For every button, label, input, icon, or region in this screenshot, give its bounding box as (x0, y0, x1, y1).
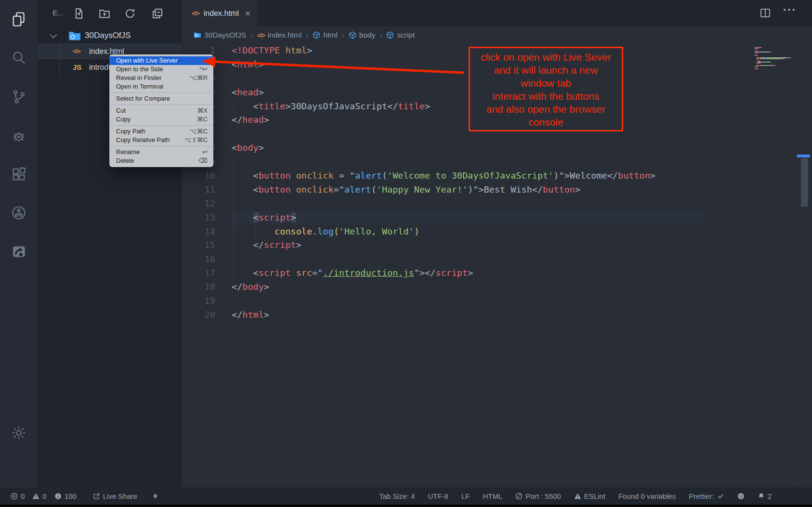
line-number: 13 (182, 211, 215, 225)
close-icon[interactable]: × (245, 8, 250, 19)
status-item-prettier-[interactable]: Prettier: (689, 492, 724, 500)
menu-item-copy-relative-path[interactable]: Copy Relative Path⌥⇧⌘C (109, 136, 213, 144)
more-actions-icon[interactable]: ··· (783, 4, 797, 16)
breadcrumb-item-body[interactable]: body (349, 31, 376, 39)
status-left: 00100Live Share (11, 492, 167, 500)
status-item-100[interactable]: 100 (54, 492, 77, 500)
vscode-window: E... 30DaysOfJS </> index.html JS introd… (0, 0, 812, 507)
annotation-text-line: interact with the buttons (470, 90, 622, 103)
menu-separator (109, 146, 213, 146)
status-item-0[interactable]: 0 (32, 492, 46, 500)
menu-item-open-to-the-side[interactable]: Open to the Side^↩ (109, 65, 213, 74)
source-control-icon[interactable] (7, 85, 30, 108)
code-line-12: 12 (182, 197, 812, 211)
window-bottom-edge (0, 505, 812, 507)
menu-item-delete[interactable]: Delete⌫ (109, 156, 213, 165)
live-share-icon[interactable] (7, 240, 30, 263)
status-item-2[interactable]: 2 (758, 492, 772, 500)
line-number: 19 (182, 294, 215, 308)
tree-folder-30daysofjs[interactable]: 30DaysOfJS (38, 27, 182, 43)
new-folder-icon[interactable] (99, 8, 110, 19)
code-line-13: 13 <script> (182, 211, 812, 225)
line-number: 10 (182, 169, 215, 183)
explorer-title: E... (52, 9, 64, 17)
folder-label: 30DaysOfJS (85, 31, 131, 40)
search-icon[interactable] (7, 46, 30, 69)
code-line-18: 18</body> (182, 280, 812, 294)
scrollbar-separator (797, 44, 798, 487)
code-line-10: 10 <button onclick = "alert('Welcome to … (182, 169, 812, 183)
annotation-text-line: and it will launch a new (470, 64, 622, 77)
breadcrumb-separator: › (249, 31, 254, 39)
context-menu: Open with Live ServerOpen to the Side^↩R… (109, 54, 213, 167)
code-line-9: 9 (182, 155, 812, 169)
status-item-html[interactable]: HTML (483, 492, 502, 500)
menu-item-open-with-live-server[interactable]: Open with Live Server (109, 56, 213, 65)
menu-item-reveal-in-finder[interactable]: Reveal in Finder⌥⌘R (109, 74, 213, 82)
line-number: 12 (182, 197, 215, 211)
breadcrumb: 30DaysOfJS›</>index.html›html›body›scrip… (182, 26, 812, 44)
status-item-bolt[interactable] (152, 493, 159, 500)
breadcrumb-item-30daysofjs[interactable]: 30DaysOfJS (194, 31, 246, 39)
code-line-19: 19 (182, 294, 812, 308)
menu-item-rename[interactable]: Rename↩ (109, 148, 213, 156)
code-line-20: 20</html> (182, 308, 812, 322)
annotation-text-line: and also open the browser (470, 103, 622, 116)
menu-separator (109, 125, 213, 126)
status-bar: 00100Live Share Tab Size: 4UTF-8LFHTMLPo… (0, 487, 812, 505)
menu-item-open-in-terminal[interactable]: Open in Terminal (109, 82, 213, 91)
status-item-lf[interactable]: LF (461, 492, 470, 500)
code-line-8: 8<body> (182, 141, 812, 155)
status-item-tab-size-4[interactable]: Tab Size: 4 (379, 492, 415, 500)
folder-icon (68, 31, 81, 40)
line-number: 14 (182, 225, 215, 239)
extensions-icon[interactable] (7, 163, 30, 186)
collapse-all-icon[interactable] (152, 8, 163, 19)
breadcrumb-separator: › (305, 31, 309, 39)
line-number: 17 (182, 266, 215, 280)
line-number: 11 (182, 183, 215, 197)
menu-separator (109, 104, 213, 105)
tree-indent-guide (59, 43, 60, 76)
breadcrumb-separator: › (341, 31, 345, 39)
annotation-text-line: window tab (470, 77, 622, 90)
breadcrumb-item-html[interactable]: html (313, 31, 337, 39)
chevron-down-icon (50, 31, 57, 38)
annotation-box: click on open with Live Severand it will… (469, 47, 623, 131)
menu-item-copy-path[interactable]: Copy Path⌥⌘C (109, 127, 213, 136)
annotation-text-line: console (470, 116, 622, 129)
explorer-icon[interactable] (7, 8, 30, 31)
breadcrumb-item-index-html[interactable]: </>index.html (257, 31, 301, 39)
menu-separator (109, 92, 213, 93)
status-item-smiley[interactable] (737, 493, 745, 500)
breadcrumb-item-script[interactable]: script (386, 31, 415, 39)
code-line-16: 16 (182, 252, 812, 266)
new-file-icon[interactable] (73, 8, 85, 19)
menu-item-cut[interactable]: Cut⌘X (109, 106, 213, 115)
account-share-icon[interactable] (7, 201, 30, 224)
status-item-utf-8[interactable]: UTF-8 (428, 492, 448, 500)
scrollbar-thumb[interactable] (801, 158, 808, 207)
minimap[interactable] (755, 47, 796, 69)
code-line-15: 15 </script> (182, 238, 812, 252)
status-item-0[interactable]: 0 (11, 492, 25, 500)
status-item-port-5500[interactable]: Port : 5500 (515, 492, 561, 500)
refresh-icon[interactable] (124, 8, 136, 19)
menu-item-select-for-compare[interactable]: Select for Compare (109, 94, 213, 103)
code-line-17: 17 <script src="./introduction.js"></scr… (182, 266, 812, 280)
html-file-icon: </> (73, 48, 87, 55)
settings-gear-icon[interactable] (7, 421, 30, 444)
tab-index-html[interactable]: </> index.html × (182, 0, 257, 26)
html-file-icon: </> (257, 32, 265, 39)
html-file-icon: </> (192, 10, 199, 17)
annotation-text-line: click on open with Live Sever (470, 51, 622, 64)
split-editor-icon[interactable] (760, 7, 771, 19)
line-number: 15 (182, 238, 215, 252)
line-number: 18 (182, 280, 215, 294)
status-item-eslint[interactable]: ESLint (574, 492, 605, 500)
tab-bar: </> index.html × ··· (182, 0, 812, 26)
menu-item-copy[interactable]: Copy⌘C (109, 115, 213, 124)
debug-icon[interactable] (7, 124, 30, 147)
status-item-found-0-variables[interactable]: Found 0 variables (618, 492, 676, 500)
status-item-live-share[interactable]: Live Share (93, 492, 138, 500)
